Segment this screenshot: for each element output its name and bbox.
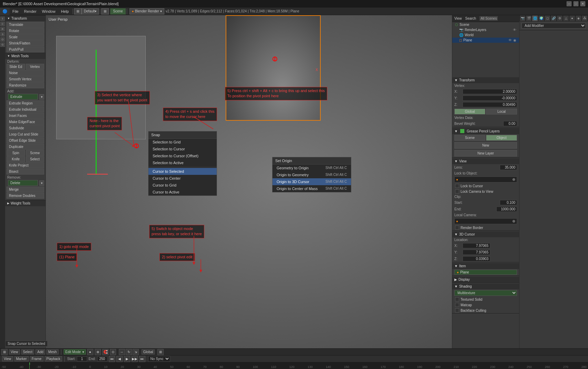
timeline-scrubber[interactable]: -50 -40 -30 -20 -10 0 10 20 30 40 50 60 …	[0, 362, 588, 369]
rp-tab-material[interactable]: ●	[569, 15, 575, 21]
tl-marker[interactable]: Marker	[14, 356, 29, 361]
rp-tab-modifier[interactable]: ⚙	[557, 15, 563, 21]
origin-to-geometry[interactable]: Origin to Geometry Shift Ctrl Alt C	[272, 171, 351, 178]
lens-input[interactable]	[500, 165, 517, 170]
viewport2[interactable]: X	[226, 15, 321, 121]
lock-cursor-checkbox[interactable]	[455, 184, 459, 188]
rp-tab-object[interactable]: ◻	[544, 15, 550, 21]
snap-to-grid[interactable]: Selection to Grid	[148, 139, 217, 146]
outliner-world[interactable]: 🌐 World	[452, 32, 519, 38]
close-button[interactable]: ✕	[580, 1, 585, 6]
render-border-checkbox[interactable]	[455, 226, 459, 230]
relations-icon[interactable]: R	[0, 27, 5, 31]
cursor-to-active[interactable]: Cursor to Active	[148, 189, 217, 196]
mode-sphere[interactable]: ●	[87, 349, 93, 355]
add-modifier-dropdown[interactable]: Add Modifier	[522, 23, 586, 29]
extrude-region-btn[interactable]: Extrude Region	[7, 100, 44, 106]
z-input[interactable]	[463, 102, 517, 107]
grease-icon[interactable]: G	[0, 42, 5, 47]
workspace-dropdown[interactable]: Default ▾	[82, 8, 99, 14]
object-btn[interactable]: Object	[486, 135, 517, 141]
sync-select[interactable]: No Sync	[148, 356, 170, 362]
menu-render[interactable]: Render	[21, 8, 39, 15]
merge-btn[interactable]: Merge	[7, 187, 44, 192]
knife-btn[interactable]: Knife	[7, 156, 25, 162]
randomize-btn[interactable]: Randomize	[7, 82, 44, 88]
rp-tab-constraints[interactable]: 🔗	[550, 15, 557, 21]
spin-btn[interactable]: Spin	[7, 150, 25, 156]
local-camera-input[interactable]: ● ⊕	[454, 218, 517, 224]
outliner-allscenes-tab[interactable]: All Scenes	[479, 16, 498, 21]
new-gp-btn[interactable]: New	[454, 142, 517, 149]
loop-cut-btn[interactable]: Loop Cut and Slide	[7, 131, 44, 137]
outliner-search-tab[interactable]: Search	[465, 17, 476, 20]
lock-object-input[interactable]: ● ⊕	[454, 177, 517, 182]
snap-context-menu[interactable]: Snap Selection to Grid Selection to Curs…	[148, 131, 217, 196]
workspace-icon[interactable]: ⊞	[74, 8, 82, 14]
slide-ed-btn[interactable]: Slide Ed	[7, 64, 25, 70]
tl-frame[interactable]: Frame	[30, 356, 43, 361]
translate-btn[interactable]: Translate	[7, 22, 44, 28]
tl-view[interactable]: View	[2, 356, 13, 361]
grease-pencil-header[interactable]: ▼ Grease Pencil Layers	[452, 128, 519, 134]
cursor-to-grid[interactable]: Cursor to Grid	[148, 182, 217, 189]
grab-icon[interactable]: ↔	[119, 349, 125, 355]
local-cam-pick[interactable]: ⊕	[512, 219, 515, 223]
sync-dropdown[interactable]: No Sync	[148, 356, 170, 362]
extrude-individual-btn[interactable]: Extrude Individual	[7, 107, 44, 112]
engine-dropdown[interactable]: ● Blender Render ▾	[130, 8, 164, 14]
mode-dropdown[interactable]: Edit Mode ▾	[64, 349, 86, 355]
view-menu[interactable]: View	[9, 349, 20, 355]
global-dropdown[interactable]: Global	[142, 349, 155, 355]
next-frame[interactable]: ▶▶	[132, 356, 138, 362]
cy-input[interactable]	[463, 250, 490, 255]
extrude-arrow[interactable]: ▾	[39, 94, 44, 100]
menu-file[interactable]: File	[10, 8, 21, 15]
origin-context-menu[interactable]: Set Origin Geometry to Origin Shift Ctrl…	[272, 157, 351, 192]
play-start[interactable]: ⏮	[109, 356, 115, 362]
lock-obj-pick[interactable]: ⊕	[512, 177, 515, 182]
noise-btn[interactable]: Noise	[7, 70, 44, 76]
cursor-3d-header[interactable]: ▼ 3D Cursor	[452, 231, 519, 237]
rp-tab-particles[interactable]: ⁂	[581, 15, 588, 21]
extrude-btn[interactable]: Extrude	[8, 94, 38, 100]
outliner-view-tab[interactable]: View	[454, 17, 462, 20]
scene-icon[interactable]: ⊞	[101, 8, 109, 14]
matcap-checkbox[interactable]	[455, 303, 459, 307]
local-btn[interactable]: Local	[486, 109, 517, 114]
bb-icon1[interactable]: ⊞	[1, 349, 8, 355]
cursor-to-center[interactable]: Cursor to Center	[148, 175, 217, 182]
rp-tab-world[interactable]: 🌍	[538, 15, 544, 21]
global-btn[interactable]: Global	[454, 109, 485, 114]
rotate-btn[interactable]: Rotate	[7, 28, 44, 34]
bevel-input[interactable]	[503, 121, 517, 126]
backface-checkbox[interactable]	[455, 308, 459, 312]
outliner-scene[interactable]: ⬡ Scene	[452, 22, 519, 27]
play-end[interactable]: ⏭	[139, 356, 145, 362]
shading-icon[interactable]: S	[0, 32, 5, 37]
rp-tab-camera[interactable]: 📷	[519, 15, 526, 21]
snap-to-cursor-offset[interactable]: Selection to Cursor (Offset)	[148, 152, 217, 159]
maximize-button[interactable]: □	[574, 1, 578, 6]
start-input[interactable]	[500, 200, 517, 205]
cx-input[interactable]	[463, 243, 490, 248]
outliner-plane[interactable]: ◻ Plane 👁 ◉	[452, 38, 519, 43]
pushpull-btn[interactable]: Push/Pull	[7, 47, 44, 52]
layers-icon[interactable]: ⊞	[157, 349, 164, 355]
rp-tab-scene[interactable]: 🌐	[532, 15, 538, 21]
mesh-menu[interactable]: Mesh	[47, 349, 58, 355]
rp-tab-render[interactable]: 🎬	[526, 15, 532, 21]
delete-arrow[interactable]: ▾	[39, 180, 44, 186]
origin-to-3d-cursor[interactable]: Origin to 3D Cursor Shift Ctrl Alt C	[272, 178, 351, 185]
transform-header[interactable]: ▼ Transform	[5, 15, 45, 21]
scale-icon[interactable]: ⇲	[133, 349, 139, 355]
select-btn[interactable]: Select	[26, 156, 44, 162]
inset-faces-btn[interactable]: Inset Faces	[7, 113, 44, 119]
shading-mode-dropdown[interactable]: Multitexture	[454, 290, 517, 296]
new-layer-btn[interactable]: New Layer	[454, 150, 517, 157]
proportional-icon[interactable]: ⊙	[110, 349, 116, 355]
lock-camera-checkbox[interactable]	[455, 189, 459, 193]
minimize-button[interactable]: ─	[567, 1, 571, 6]
subdivide-btn[interactable]: Subdivide	[7, 125, 44, 131]
snap-icon[interactable]: 🧲	[102, 349, 109, 355]
